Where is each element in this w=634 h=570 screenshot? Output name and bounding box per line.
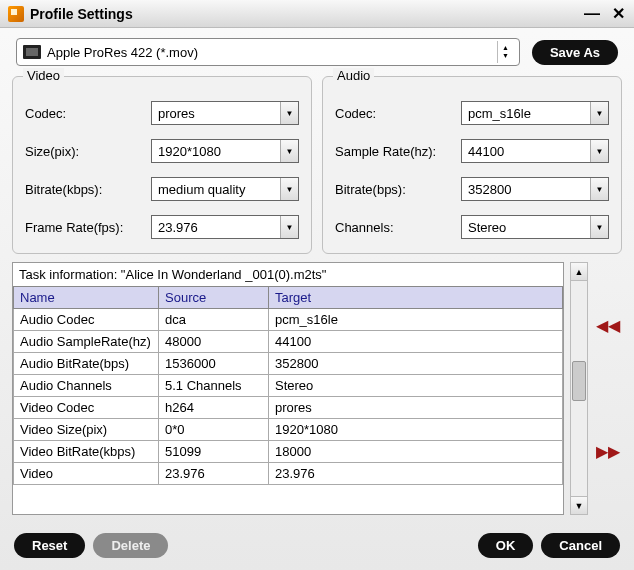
- video-size-label: Size(pix):: [25, 144, 151, 159]
- cell-source: 5.1 Channels: [159, 375, 269, 397]
- prev-task-button[interactable]: ◀◀: [597, 315, 619, 335]
- video-group: Video Codec: prores ▼ Size(pix): 1920*10…: [12, 76, 312, 254]
- audio-samplerate-label: Sample Rate(hz):: [335, 144, 461, 159]
- vertical-scrollbar[interactable]: ▲ ▼: [570, 262, 588, 515]
- close-button[interactable]: ✕: [610, 6, 626, 22]
- cell-source: dca: [159, 309, 269, 331]
- cell-target: 1920*1080: [269, 419, 563, 441]
- save-as-button[interactable]: Save As: [532, 40, 618, 65]
- audio-channels-value: Stereo: [462, 220, 590, 235]
- table-row[interactable]: Video Size(pix)0*01920*1080: [14, 419, 563, 441]
- minimize-button[interactable]: —: [584, 6, 600, 22]
- cell-name: Audio Channels: [14, 375, 159, 397]
- scroll-thumb[interactable]: [572, 361, 586, 401]
- scroll-up-icon[interactable]: ▲: [571, 263, 587, 281]
- col-name-header[interactable]: Name: [14, 287, 159, 309]
- titlebar: Profile Settings — ✕: [0, 0, 634, 28]
- audio-bitrate-select[interactable]: 352800 ▼: [461, 177, 609, 201]
- cell-source: 23.976: [159, 463, 269, 485]
- profile-name: Apple ProRes 422 (*.mov): [47, 45, 491, 60]
- audio-channels-label: Channels:: [335, 220, 461, 235]
- cell-name: Video BitRate(kbps): [14, 441, 159, 463]
- table-row[interactable]: Video BitRate(kbps)5109918000: [14, 441, 563, 463]
- profile-icon: [23, 45, 41, 59]
- video-framerate-value: 23.976: [152, 220, 280, 235]
- col-source-header[interactable]: Source: [159, 287, 269, 309]
- audio-bitrate-value: 352800: [462, 182, 590, 197]
- cell-target: 18000: [269, 441, 563, 463]
- task-info-panel: Task information: "Alice In Wonderland _…: [12, 262, 564, 515]
- chevron-down-icon: ▼: [280, 102, 298, 124]
- audio-codec-select[interactable]: pcm_s16le ▼: [461, 101, 609, 125]
- cell-name: Audio Codec: [14, 309, 159, 331]
- video-bitrate-value: medium quality: [152, 182, 280, 197]
- video-codec-select[interactable]: prores ▼: [151, 101, 299, 125]
- table-row[interactable]: Audio Channels5.1 ChannelsStereo: [14, 375, 563, 397]
- video-group-title: Video: [23, 68, 64, 83]
- profile-select[interactable]: Apple ProRes 422 (*.mov) ▲▼: [16, 38, 520, 66]
- audio-samplerate-value: 44100: [462, 144, 590, 159]
- cell-target: 23.976: [269, 463, 563, 485]
- cell-target: pcm_s16le: [269, 309, 563, 331]
- chevron-down-icon: ▼: [280, 216, 298, 238]
- ok-button[interactable]: OK: [478, 533, 534, 558]
- audio-samplerate-select[interactable]: 44100 ▼: [461, 139, 609, 163]
- col-target-header[interactable]: Target: [269, 287, 563, 309]
- window-title: Profile Settings: [30, 6, 584, 22]
- cell-name: Video: [14, 463, 159, 485]
- task-info-header: Task information: "Alice In Wonderland _…: [13, 263, 563, 286]
- cell-name: Video Size(pix): [14, 419, 159, 441]
- video-bitrate-label: Bitrate(kbps):: [25, 182, 151, 197]
- chevron-down-icon: ▼: [590, 216, 608, 238]
- chevron-down-icon: ▼: [280, 140, 298, 162]
- scroll-down-icon[interactable]: ▼: [571, 496, 587, 514]
- stepper-arrows-icon[interactable]: ▲▼: [497, 41, 513, 63]
- chevron-down-icon: ▼: [590, 140, 608, 162]
- video-framerate-select[interactable]: 23.976 ▼: [151, 215, 299, 239]
- audio-group-title: Audio: [333, 68, 374, 83]
- cell-name: Video Codec: [14, 397, 159, 419]
- video-framerate-label: Frame Rate(fps):: [25, 220, 151, 235]
- chevron-down-icon: ▼: [590, 102, 608, 124]
- cell-source: 48000: [159, 331, 269, 353]
- audio-codec-value: pcm_s16le: [462, 106, 590, 121]
- video-bitrate-select[interactable]: medium quality ▼: [151, 177, 299, 201]
- cell-target: 44100: [269, 331, 563, 353]
- table-row[interactable]: Video23.97623.976: [14, 463, 563, 485]
- task-table: Name Source Target Audio Codecdcapcm_s16…: [13, 286, 563, 485]
- next-task-button[interactable]: ▶▶: [597, 442, 619, 462]
- app-icon: [8, 6, 24, 22]
- chevron-down-icon: ▼: [590, 178, 608, 200]
- cell-source: h264: [159, 397, 269, 419]
- table-row[interactable]: Audio Codecdcapcm_s16le: [14, 309, 563, 331]
- cell-target: 352800: [269, 353, 563, 375]
- video-size-select[interactable]: 1920*1080 ▼: [151, 139, 299, 163]
- cell-source: 51099: [159, 441, 269, 463]
- table-row[interactable]: Audio BitRate(bps)1536000352800: [14, 353, 563, 375]
- chevron-down-icon: ▼: [280, 178, 298, 200]
- video-size-value: 1920*1080: [152, 144, 280, 159]
- audio-bitrate-label: Bitrate(bps):: [335, 182, 461, 197]
- table-row[interactable]: Audio SampleRate(hz)4800044100: [14, 331, 563, 353]
- audio-channels-select[interactable]: Stereo ▼: [461, 215, 609, 239]
- video-codec-label: Codec:: [25, 106, 151, 121]
- cell-target: Stereo: [269, 375, 563, 397]
- video-codec-value: prores: [152, 106, 280, 121]
- table-row[interactable]: Video Codech264prores: [14, 397, 563, 419]
- cell-target: prores: [269, 397, 563, 419]
- scroll-track[interactable]: [571, 281, 587, 496]
- cell-name: Audio BitRate(bps): [14, 353, 159, 375]
- cancel-button[interactable]: Cancel: [541, 533, 620, 558]
- audio-group: Audio Codec: pcm_s16le ▼ Sample Rate(hz)…: [322, 76, 622, 254]
- reset-button[interactable]: Reset: [14, 533, 85, 558]
- cell-name: Audio SampleRate(hz): [14, 331, 159, 353]
- delete-button[interactable]: Delete: [93, 533, 168, 558]
- cell-source: 1536000: [159, 353, 269, 375]
- audio-codec-label: Codec:: [335, 106, 461, 121]
- window: Profile Settings — ✕ Apple ProRes 422 (*…: [0, 0, 634, 570]
- cell-source: 0*0: [159, 419, 269, 441]
